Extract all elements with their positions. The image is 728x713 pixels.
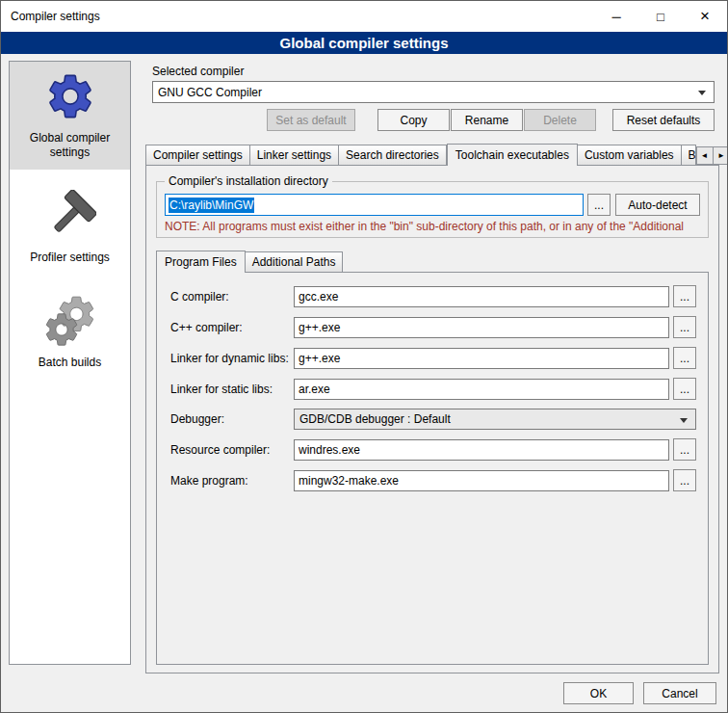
tab-additional-paths[interactable]: Additional Paths (246, 251, 344, 272)
settings-tabstrip: Compiler settings Linker settings Search… (145, 143, 719, 165)
reset-defaults-button[interactable]: Reset defaults (612, 109, 715, 131)
form-row-debugger: Debugger: GDB/CDB debugger : Default (170, 409, 696, 430)
set-as-default-button: Set as default (267, 109, 355, 131)
compiler-actions: Set as default Copy Rename Delete Reset … (141, 109, 715, 131)
profiler-tool-icon (43, 189, 97, 243)
field-label: Make program: (170, 474, 294, 488)
page-title: Global compiler settings (1, 32, 727, 54)
tab-compiler-settings[interactable]: Compiler settings (145, 145, 250, 165)
field-label: C compiler: (170, 290, 294, 304)
form-row-linker-dynamic: Linker for dynamic libs: ... (170, 347, 696, 369)
selected-compiler-value: GNU GCC Compiler (158, 86, 262, 99)
compiler-settings-window: Compiler settings ─ □ × Global compiler … (0, 0, 728, 713)
window-controls: ─ □ × (594, 1, 727, 32)
tab-scroll-right-icon[interactable]: ► (714, 146, 728, 165)
selected-compiler-label: Selected compiler (152, 65, 719, 78)
tab-scroll-left-icon[interactable]: ◄ (696, 146, 714, 165)
install-dir-input[interactable]: C:\raylib\MinGW (165, 194, 584, 216)
browse-button[interactable]: ... (673, 285, 696, 307)
settings-sidebar: Global compiler settings Profiler settin… (9, 61, 131, 665)
install-dir-note: NOTE: All programs must exist either in … (165, 220, 700, 233)
selected-compiler-select[interactable]: GNU GCC Compiler (152, 81, 715, 103)
chevron-down-icon (680, 418, 688, 423)
close-icon[interactable]: × (683, 1, 727, 32)
dialog-footer: OK Cancel (563, 682, 716, 704)
installation-directory-row: C:\raylib\MinGW ... Auto-detect (165, 194, 700, 216)
field-label: Linker for dynamic libs: (170, 352, 294, 365)
field-label: Debugger: (170, 412, 294, 426)
form-row-resource-compiler: Resource compiler: ... (170, 438, 696, 461)
program-files-tabstrip: Program Files Additional Paths (156, 251, 709, 272)
tab-search-directories[interactable]: Search directories (339, 145, 447, 165)
sidebar-item-label: Profiler settings (30, 251, 110, 265)
sidebar-item-label: Batch builds (39, 356, 101, 370)
debugger-value: GDB/CDB debugger : Default (299, 412, 451, 426)
auto-detect-button[interactable]: Auto-detect (615, 194, 700, 216)
title-bar: Compiler settings ─ □ × (1, 1, 727, 32)
form-row-cpp-compiler: C++ compiler: ... (170, 316, 696, 338)
tab-program-files[interactable]: Program Files (156, 251, 246, 273)
ok-button[interactable]: OK (563, 682, 634, 704)
rename-button[interactable]: Rename (451, 109, 523, 131)
installation-directory-group-title: Compiler's installation directory (165, 174, 332, 188)
gray-gears-icon (43, 294, 97, 348)
tab-toolchain-executables[interactable]: Toolchain executables (447, 144, 578, 166)
linker-static-input[interactable] (294, 379, 669, 400)
field-label: Linker for static libs: (170, 383, 294, 396)
form-row-make-program: Make program: ... (170, 469, 696, 491)
delete-button: Delete (524, 109, 596, 131)
cpp-compiler-input[interactable] (294, 317, 669, 338)
chevron-down-icon (698, 91, 706, 95)
copy-button[interactable]: Copy (377, 109, 450, 131)
tab-linker-settings[interactable]: Linker settings (250, 145, 339, 165)
installation-directory-group: Compiler's installation directory C:\ray… (156, 181, 709, 238)
field-label: Resource compiler: (170, 443, 294, 457)
form-row-linker-static: Linker for static libs: ... (170, 378, 696, 400)
cancel-button[interactable]: Cancel (643, 682, 716, 704)
maximize-icon[interactable]: □ (638, 1, 683, 32)
browse-button[interactable]: ... (673, 316, 696, 338)
browse-button[interactable]: ... (673, 469, 696, 491)
window-title: Compiler settings (1, 10, 594, 23)
sidebar-item-label: Global compiler settings (12, 131, 128, 160)
browse-button[interactable]: ... (673, 378, 696, 400)
browse-button[interactable]: ... (673, 347, 696, 369)
program-files-panel: C compiler: ... C++ compiler: ... Linker… (156, 272, 709, 665)
sidebar-item-global-compiler-settings[interactable]: Global compiler settings (10, 62, 130, 170)
blue-gear-icon (43, 69, 97, 123)
sidebar-item-batch-builds[interactable]: Batch builds (10, 286, 130, 380)
c-compiler-input[interactable] (294, 286, 669, 307)
install-dir-browse-button[interactable]: ... (587, 194, 611, 216)
main-content: Selected compiler GNU GCC Compiler Set a… (141, 61, 719, 673)
minimize-icon[interactable]: ─ (594, 1, 638, 32)
linker-dynamic-input[interactable] (294, 348, 669, 369)
browse-button[interactable]: ... (673, 438, 696, 461)
field-label: C++ compiler: (170, 321, 294, 334)
resource-compiler-input[interactable] (294, 439, 669, 461)
form-row-c-compiler: C compiler: ... (170, 285, 696, 307)
sidebar-item-profiler-settings[interactable]: Profiler settings (10, 181, 130, 275)
tab-build-options[interactable]: Buil (682, 145, 696, 165)
tab-custom-variables[interactable]: Custom variables (578, 145, 682, 165)
make-program-input[interactable] (294, 470, 669, 491)
tab-scrollers: ◄ ► (696, 146, 728, 165)
debugger-select[interactable]: GDB/CDB debugger : Default (294, 409, 696, 430)
install-dir-value: C:\raylib\MinGW (169, 198, 254, 213)
toolchain-executables-panel: Compiler's installation directory C:\ray… (145, 165, 719, 673)
